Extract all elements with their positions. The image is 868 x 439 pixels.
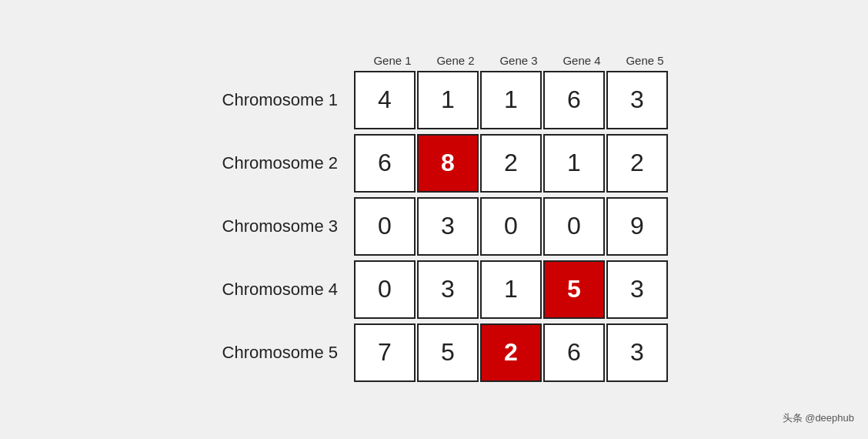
watermark: 头条 @deephub <box>783 411 854 425</box>
cells-row-4: 03153 <box>353 260 669 320</box>
chromosome-label-1: Chromosome 1 <box>192 90 353 110</box>
gene-header-1: Gene 1 <box>361 54 424 67</box>
cell-r4-c2: 3 <box>417 260 479 319</box>
cell-r4-c3: 1 <box>480 260 542 319</box>
cell-r5-c5: 3 <box>606 323 668 382</box>
chromosome-row-3: Chromosome 303009 <box>192 196 669 256</box>
cell-r1-c4: 6 <box>543 71 605 129</box>
gene-header-4: Gene 4 <box>550 54 613 67</box>
chromosome-row-1: Chromosome 141163 <box>192 70 669 130</box>
cell-r4-c1: 0 <box>354 260 416 319</box>
chromosome-label-4: Chromosome 4 <box>192 280 353 300</box>
cell-r4-c5: 3 <box>606 260 668 319</box>
cell-r5-c2: 5 <box>417 323 479 382</box>
cell-r5-c1: 7 <box>354 323 416 382</box>
cell-r5-c4: 6 <box>543 323 605 382</box>
cell-r2-c4: 1 <box>543 134 605 193</box>
gene-header-5: Gene 5 <box>613 54 676 67</box>
chromosome-row-4: Chromosome 403153 <box>192 260 669 320</box>
cells-row-1: 41163 <box>353 70 669 130</box>
chromosome-label-2: Chromosome 2 <box>192 153 353 173</box>
chromosome-label-5: Chromosome 5 <box>192 343 353 363</box>
cell-r1-c3: 1 <box>480 71 542 129</box>
cell-r3-c5: 9 <box>606 197 668 256</box>
cells-row-2: 68212 <box>353 133 669 193</box>
chromosome-row-5: Chromosome 575263 <box>192 323 669 383</box>
chromosome-row-2: Chromosome 268212 <box>192 133 669 193</box>
main-container: Gene 1Gene 2Gene 3Gene 4Gene 5 Chromosom… <box>192 54 676 386</box>
gene-header-row: Gene 1Gene 2Gene 3Gene 4Gene 5 <box>361 54 676 67</box>
cell-r1-c1: 4 <box>354 71 416 129</box>
cells-row-5: 75263 <box>353 323 669 383</box>
cell-r2-c1: 6 <box>354 134 416 193</box>
cell-r3-c2: 3 <box>417 197 479 256</box>
cell-r4-c4: 5 <box>543 260 605 319</box>
cell-r3-c3: 0 <box>480 197 542 256</box>
cell-r1-c5: 3 <box>606 71 668 129</box>
gene-header-2: Gene 2 <box>424 54 487 67</box>
cell-r3-c4: 0 <box>543 197 605 256</box>
gene-header-3: Gene 3 <box>487 54 550 67</box>
cell-r1-c2: 1 <box>417 71 479 129</box>
cells-row-3: 03009 <box>353 196 669 256</box>
chromosome-label-3: Chromosome 3 <box>192 216 353 236</box>
cell-r2-c3: 2 <box>480 134 542 193</box>
cell-r2-c2: 8 <box>417 134 479 193</box>
cell-r5-c3: 2 <box>480 323 542 382</box>
cell-r2-c5: 2 <box>606 134 668 193</box>
cell-r3-c1: 0 <box>354 197 416 256</box>
